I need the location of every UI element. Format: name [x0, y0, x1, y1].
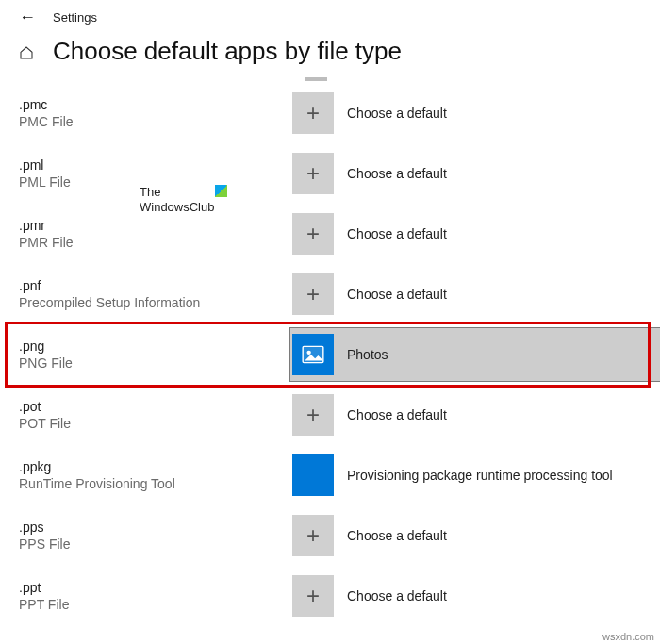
- app-label: Choose a default: [347, 287, 447, 302]
- extension-description: PPT File: [19, 597, 292, 612]
- app-label: Choose a default: [347, 407, 447, 422]
- app-label: Choose a default: [347, 588, 447, 603]
- window-title: Settings: [53, 10, 97, 25]
- extension-column: .pmrPMR File: [19, 218, 292, 250]
- extension-column: .pmcPMC File: [19, 97, 292, 129]
- extension-description: PNG File: [19, 355, 292, 371]
- app-choice[interactable]: +Choose a default: [292, 92, 447, 134]
- app-choice[interactable]: +Choose a default: [292, 394, 447, 436]
- file-type-row: .pmcPMC File+Choose a default: [19, 83, 641, 143]
- svg-point-2: [307, 351, 311, 355]
- choose-default-plus-icon[interactable]: +: [292, 213, 334, 255]
- app-label: Provisioning package runtime processing …: [347, 468, 613, 483]
- file-type-row: .pmlPML File+Choose a default: [19, 143, 641, 204]
- photos-app-icon[interactable]: [292, 334, 334, 375]
- scroll-indicator: [305, 77, 327, 81]
- app-choice[interactable]: Provisioning package runtime processing …: [292, 454, 613, 496]
- choose-default-plus-icon[interactable]: +: [292, 394, 334, 436]
- home-icon[interactable]: [19, 45, 34, 63]
- credit: wsxdn.com: [602, 631, 654, 642]
- extension-column: .ppsPPS File: [19, 520, 292, 552]
- app-label: Choose a default: [347, 528, 447, 543]
- app-label: Photos: [347, 347, 388, 362]
- extension-label: .pmc: [19, 97, 292, 112]
- choose-default-plus-icon[interactable]: +: [292, 515, 334, 556]
- app-choice[interactable]: Photos: [292, 334, 388, 375]
- extension-column: .ppkgRunTime Provisioning Tool: [19, 459, 292, 491]
- file-type-row: .ppkgRunTime Provisioning ToolProvisioni…: [19, 445, 641, 505]
- extension-column: .potPOT File: [19, 399, 292, 431]
- extension-label: .pot: [19, 399, 292, 414]
- file-type-row: .potPOT File+Choose a default: [19, 385, 641, 445]
- choose-default-plus-icon[interactable]: +: [292, 273, 334, 315]
- choose-default-plus-icon[interactable]: +: [292, 575, 334, 617]
- file-type-row: .pnfPrecompiled Setup Information+Choose…: [19, 264, 641, 324]
- file-type-row: .pptPPT File+Choose a default: [19, 566, 641, 626]
- extension-description: Precompiled Setup Information: [19, 295, 292, 310]
- back-button[interactable]: ←: [19, 8, 36, 27]
- app-choice[interactable]: +Choose a default: [292, 575, 447, 617]
- app-label: Choose a default: [347, 166, 447, 181]
- extension-description: RunTime Provisioning Tool: [19, 476, 292, 491]
- extension-label: .pnf: [19, 278, 292, 293]
- extension-label: .pmr: [19, 218, 292, 233]
- page-title: Choose default apps by file type: [53, 37, 402, 66]
- extension-description: POT File: [19, 416, 292, 431]
- app-label: Choose a default: [347, 226, 447, 241]
- extension-label: .pml: [19, 157, 292, 173]
- extension-column: .pnfPrecompiled Setup Information: [19, 278, 292, 310]
- extension-label: .pps: [19, 520, 292, 535]
- extension-column: .pngPNG File: [19, 339, 292, 371]
- choose-default-plus-icon[interactable]: +: [292, 153, 334, 194]
- extension-label: .ppkg: [19, 459, 292, 474]
- extension-column: .pptPPT File: [19, 580, 292, 612]
- app-choice[interactable]: +Choose a default: [292, 213, 447, 255]
- choose-default-plus-icon[interactable]: +: [292, 92, 334, 134]
- extension-description: PMC File: [19, 114, 292, 129]
- watermark: The WindowsClub: [140, 185, 227, 214]
- app-choice[interactable]: +Choose a default: [292, 515, 447, 556]
- extension-description: PMR File: [19, 235, 292, 250]
- app-choice[interactable]: +Choose a default: [292, 273, 447, 315]
- file-type-row: .pmrPMR File+Choose a default: [19, 204, 641, 264]
- app-choice[interactable]: +Choose a default: [292, 153, 447, 194]
- file-type-row: .pngPNG FilePhotos: [19, 324, 641, 385]
- extension-label: .png: [19, 339, 292, 354]
- app-tile-icon[interactable]: [292, 454, 334, 496]
- extension-description: PPS File: [19, 537, 292, 552]
- extension-label: .ppt: [19, 580, 292, 595]
- app-label: Choose a default: [347, 106, 447, 121]
- file-type-row: .ppsPPS File+Choose a default: [19, 505, 641, 566]
